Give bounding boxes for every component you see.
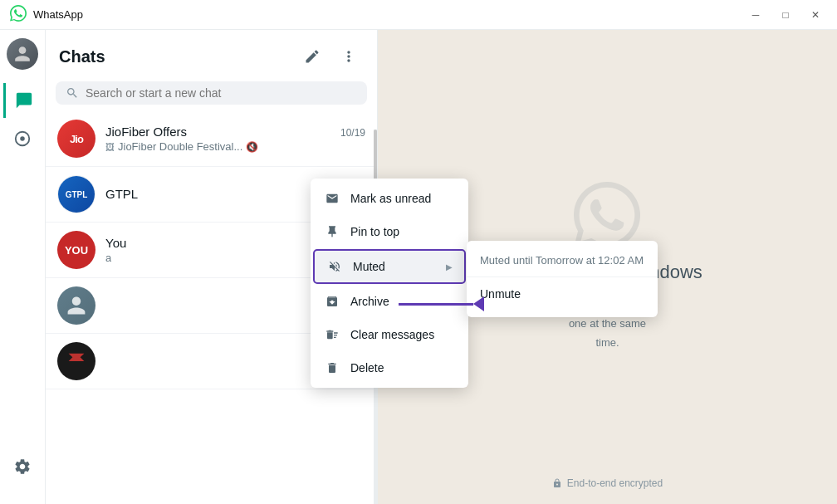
- maximize-button[interactable]: □: [774, 3, 797, 27]
- chat-preview-jio: JioFiber Double Festival...: [118, 140, 242, 153]
- icon-sidebar: [0, 30, 46, 504]
- context-pin-top[interactable]: Pin to top: [311, 215, 468, 248]
- muted-arrow: ▶: [446, 262, 453, 272]
- lock-text: End-to-end encrypted: [567, 477, 663, 489]
- chat-info-jio: JioFiber Offers 10/19 🖼 JioFiber Double …: [105, 125, 365, 153]
- context-menu: Mark as unread Pin to top Muted ▶ Archiv…: [311, 179, 468, 388]
- sidebar-item-chats[interactable]: [3, 83, 42, 118]
- chat-avatar-jio: Jio: [57, 120, 95, 158]
- chat-top-jio: JioFiber Offers 10/19: [105, 125, 365, 139]
- clear-icon: [324, 326, 340, 343]
- minimize-button[interactable]: ─: [744, 3, 767, 27]
- chat-panel-header: Chats: [46, 30, 377, 78]
- search-icon: [66, 86, 79, 100]
- sidebar-item-settings[interactable]: [5, 449, 40, 484]
- clear-messages-label: Clear messages: [350, 328, 455, 341]
- chat-panel-actions: [297, 42, 364, 71]
- chat-avatar-person: [57, 286, 95, 325]
- sidebar-item-status[interactable]: [5, 121, 40, 156]
- arrow-indicator: [399, 296, 484, 311]
- user-avatar[interactable]: [7, 38, 38, 70]
- delete-icon: [324, 360, 340, 376]
- unmute-label: Unmute: [480, 287, 521, 301]
- context-clear-messages[interactable]: Clear messages: [311, 318, 468, 351]
- chat-bottom-jio: 🖼 JioFiber Double Festival... 🔇: [105, 140, 365, 153]
- chat-panel-title: Chats: [59, 47, 297, 66]
- pin-icon: [324, 223, 340, 240]
- muted-icon: [326, 258, 343, 275]
- end-to-end-notice: End-to-end encrypted: [552, 477, 663, 489]
- menu-button[interactable]: [334, 42, 364, 71]
- muted-label: Muted: [353, 260, 436, 273]
- titlebar: WhatsApp ─ □ ✕: [0, 0, 837, 30]
- app-icon: [10, 5, 27, 25]
- arrow-line: [399, 303, 473, 306]
- lock-icon: [552, 478, 562, 488]
- chat-avatar-you: YOU: [57, 231, 95, 269]
- archive-icon: [324, 293, 340, 310]
- pin-top-label: Pin to top: [350, 225, 455, 238]
- search-input[interactable]: [86, 86, 357, 100]
- whatsapp-logo: [574, 182, 640, 248]
- image-icon: 🖼: [105, 142, 115, 152]
- chat-preview-you: a: [105, 252, 111, 264]
- search-bar[interactable]: [56, 81, 367, 105]
- new-chat-button[interactable]: [297, 42, 327, 71]
- chat-time-jio: 10/19: [340, 127, 365, 139]
- mark-unread-icon: [324, 190, 340, 207]
- submenu-muted: Muted until Tomorrow at 12:02 AM Unmute: [467, 241, 658, 317]
- context-mark-unread[interactable]: Mark as unread: [311, 182, 468, 215]
- chat-name-jio: JioFiber Offers: [105, 125, 187, 139]
- sidebar-bottom: [5, 449, 40, 496]
- chat-name-gtpl: GTPL: [105, 187, 138, 201]
- mute-icon: 🔇: [246, 141, 258, 153]
- submenu-header: Muted until Tomorrow at 12:02 AM: [467, 247, 658, 277]
- window-controls: ─ □ ✕: [744, 3, 827, 27]
- chat-item-jio[interactable]: Jio JioFiber Offers 10/19 🖼 JioFiber Dou…: [46, 111, 377, 167]
- chat-name-you: you: [105, 236, 126, 250]
- mark-unread-label: Mark as unread: [350, 192, 455, 205]
- close-button[interactable]: ✕: [804, 3, 827, 27]
- chat-avatar-gtpl: GTPL: [57, 175, 95, 213]
- chat-avatar-mx: [57, 342, 95, 380]
- delete-label: Delete: [350, 361, 455, 374]
- app-title: WhatsApp: [33, 8, 744, 21]
- svg-point-1: [20, 136, 25, 141]
- submenu-unmute[interactable]: Unmute: [467, 277, 658, 311]
- arrow-head: [473, 296, 484, 311]
- context-delete[interactable]: Delete: [311, 351, 468, 384]
- context-muted[interactable]: Muted ▶: [313, 249, 466, 284]
